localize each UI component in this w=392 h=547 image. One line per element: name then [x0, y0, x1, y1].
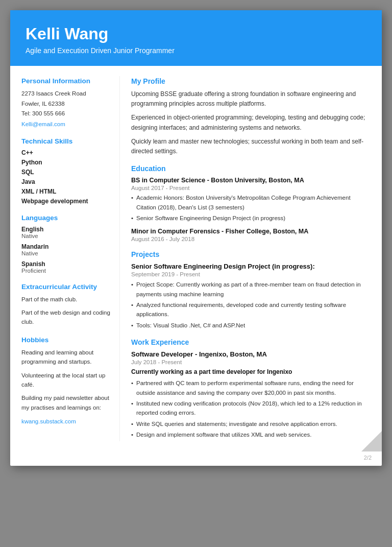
work-experience-title: Work Experience [131, 338, 372, 346]
language-name: Spanish [21, 260, 110, 268]
education-title: Education [131, 164, 372, 173]
personal-city: Fowler, IL 62338 [21, 99, 110, 109]
profile-paragraph: Quickly learn and master new technologie… [131, 137, 372, 156]
hobby-item: Volunteering at the local start up café. [21, 371, 110, 390]
job-bullet: Design and implement software that utili… [131, 430, 372, 439]
extracurricular-item: Part of the web design and coding club. [21, 308, 110, 327]
education-degree: Minor in Computer Forensics - Fisher Col… [131, 228, 372, 235]
projects-title: Projects [131, 250, 372, 258]
profile-title: My Profile [131, 77, 372, 85]
skills-list: C++PythonSQLJavaXML / HTMLWebpage develo… [21, 149, 110, 205]
skill-item: Python [21, 159, 110, 166]
hobbies-title: Hobbies [21, 336, 110, 344]
left-column: Personal Information 2273 Isaacs Creek R… [10, 76, 120, 441]
right-column: My Profile Upcoming BSSE graduate offeri… [120, 76, 382, 441]
project-date: September 2019 - Present [131, 271, 372, 277]
hobby-item: Building my paid newsletter about my pra… [21, 393, 110, 412]
education-degree: BS in Computer Science - Boston Universi… [131, 177, 372, 184]
job-bullet: Instituted new coding verification proto… [131, 399, 372, 418]
project-bullet: Project Scope: Currently working as part… [131, 280, 372, 299]
education-list: BS in Computer Science - Boston Universi… [131, 177, 372, 242]
projects-list: Senior Software Engineering Design Proje… [131, 263, 372, 330]
job-bullet: Partnered with QC team to perform experi… [131, 378, 372, 397]
project-title: Senior Software Engineering Design Proje… [131, 263, 372, 270]
language-level: Native [21, 233, 110, 239]
personal-address-line1: 2273 Isaacs Creek Road [21, 89, 110, 99]
job-date: July 2018 - Present [131, 359, 372, 365]
profile-paragraphs: Upcoming BSSE graduate offering a strong… [131, 89, 372, 156]
personal-tel: Tel: 300 555 666 [21, 109, 110, 119]
languages-title: Languages [21, 214, 110, 222]
hobbies-list: Reading and learning about programming a… [21, 348, 110, 412]
skill-item: C++ [21, 149, 110, 156]
job-desc-bold: Currently working as a part time develop… [131, 368, 372, 375]
profile-paragraph: Experienced in object-oriented programmi… [131, 113, 372, 132]
project-bullet: Tools: Visual Studio .Net, C# and ASP.Ne… [131, 321, 372, 330]
language-level: Native [21, 250, 110, 256]
skill-item: Java [21, 178, 110, 185]
page-curl [356, 426, 382, 451]
language-name: Mandarin [21, 243, 110, 250]
extracurricular-item: Part of the math club. [21, 295, 110, 304]
page-number: 2/2 [10, 451, 382, 466]
project-bullet: Analyzed functional requirements, develo… [131, 300, 372, 319]
skill-item: XML / HTML [21, 188, 110, 195]
candidate-subtitle: Agile and Execution Driven Junior Progra… [26, 46, 366, 55]
candidate-name: Kelli Wang [26, 25, 366, 43]
work-list: Software Developer - Ingenixo, Boston, M… [131, 350, 372, 439]
job-bullet: Write SQL queries and statements; invest… [131, 419, 372, 429]
technical-skills-title: Technical Skills [21, 137, 110, 145]
extracurricular-title: Extracurricular Activity [21, 283, 110, 291]
education-bullet: Academic Honors: Boston University's Met… [131, 193, 372, 212]
skill-item: SQL [21, 169, 110, 176]
personal-info-title: Personal Information [21, 77, 110, 85]
hobby-item: Reading and learning about programming a… [21, 348, 110, 367]
languages-list: EnglishNativeMandarinNativeSpanishProfic… [21, 226, 110, 274]
body-container: Personal Information 2273 Isaacs Creek R… [10, 66, 382, 451]
hobbies-link[interactable]: kwang.substack.com [21, 418, 76, 424]
language-name: English [21, 226, 110, 233]
resume-page: Kelli Wang Agile and Execution Driven Ju… [10, 10, 382, 466]
education-date: August 2016 - July 2018 [131, 236, 372, 242]
profile-paragraph: Upcoming BSSE graduate offering a strong… [131, 89, 372, 109]
education-bullet: Senior Software Engineering Design Proje… [131, 213, 372, 223]
education-date: August 2017 - Present [131, 185, 372, 191]
job-title: Software Developer - Ingenixo, Boston, M… [131, 350, 372, 358]
header: Kelli Wang Agile and Execution Driven Ju… [10, 10, 382, 66]
skill-item: Webpage development [21, 198, 110, 205]
personal-email[interactable]: Kelli@email.com [21, 121, 65, 127]
language-level: Proficient [21, 268, 110, 274]
extracurricular-list: Part of the math club.Part of the web de… [21, 295, 110, 327]
